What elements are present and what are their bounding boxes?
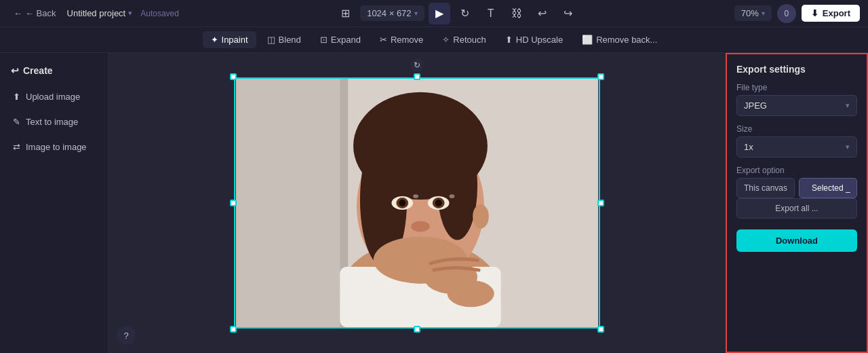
handle-bottom-right[interactable] <box>597 326 604 333</box>
play-button[interactable]: ▶ <box>429 3 450 24</box>
canvas-size-display[interactable]: 1024 × 672 ▾ <box>360 5 424 21</box>
top-toolbar: ← ← Back Untitled project ▾ Autosaved ⊞ … <box>0 0 868 27</box>
user-count-label: 0 <box>784 9 789 18</box>
link-icon: ⛓ <box>511 7 522 20</box>
this-canvas-button[interactable]: This canvas <box>736 178 795 198</box>
inpaint-label: Inpaint <box>222 35 248 45</box>
svg-point-20 <box>448 280 494 308</box>
inpaint-tool[interactable]: ✦ Inpaint <box>203 31 256 48</box>
panel-title: Export settings <box>736 64 857 75</box>
back-button[interactable]: ← ← Back <box>8 5 62 21</box>
upload-label: Upload image <box>26 92 80 102</box>
hd-upscale-icon: ⬆ <box>505 35 513 45</box>
blend-tool[interactable]: ◫ Blend <box>259 31 309 48</box>
remove-back-tool[interactable]: ⬜ Remove back... <box>574 31 665 48</box>
export-button-label: Export <box>823 8 850 18</box>
undo-icon: ↩ <box>538 7 547 20</box>
zoom-chevron-icon: ▾ <box>762 10 765 17</box>
rotate-icon: ↻ <box>414 60 420 70</box>
zoom-level-label: 70% <box>741 8 759 18</box>
main-area: ↩ Create ⬆ Upload image ✎ Text to image … <box>0 53 868 353</box>
this-canvas-label: This canvas <box>744 183 787 193</box>
handle-top-right[interactable] <box>597 73 604 80</box>
fit-tool-button[interactable]: ⊞ <box>334 3 356 24</box>
file-type-label: File type <box>736 83 857 92</box>
export-option-section: Export option This canvas Selected _ Exp… <box>736 166 857 219</box>
link-tool-button[interactable]: ⛓ <box>506 3 528 24</box>
expand-label: Expand <box>331 35 361 45</box>
size-value: 1x <box>744 142 753 152</box>
download-label: Download <box>776 236 818 246</box>
export-settings-panel: Export settings File type JPEG ▾ Size 1x… <box>726 53 868 353</box>
right-controls: 70% ▾ 0 ⬇ Export <box>734 4 860 23</box>
export-options-grid: This canvas Selected _ <box>736 178 857 198</box>
download-button[interactable]: Download <box>736 229 857 252</box>
handle-top-left[interactable] <box>230 73 237 80</box>
expand-icon: ⊡ <box>320 35 328 45</box>
upload-icon: ⬆ <box>13 92 20 102</box>
text-tool-button[interactable]: T <box>480 3 502 24</box>
blend-icon: ◫ <box>267 35 275 45</box>
text-icon: T <box>488 7 494 20</box>
back-icon: ← <box>14 8 22 18</box>
tools-toolbar: ✦ Inpaint ◫ Blend ⊡ Expand ✂ Remove ✧ Re… <box>0 27 868 53</box>
canvas-size-label: 1024 × 672 <box>367 8 411 18</box>
redo-icon: ↪ <box>564 7 572 20</box>
sidebar-item-image-to-image[interactable]: ⇄ Image to image <box>5 136 102 158</box>
svg-rect-1 <box>236 79 343 327</box>
text-to-image-icon: ✎ <box>13 117 20 127</box>
size-select[interactable]: 1x ▾ <box>736 136 857 157</box>
remove-label: Remove <box>391 35 423 45</box>
svg-point-21 <box>413 194 418 198</box>
blend-label: Blend <box>279 35 301 45</box>
handle-middle-right[interactable] <box>597 200 604 206</box>
help-button[interactable]: ? <box>117 326 136 345</box>
file-type-select[interactable]: JPEG ▾ <box>736 95 857 116</box>
project-name-group: Untitled project ▾ <box>67 8 133 18</box>
retouch-tool[interactable]: ✧ Retouch <box>434 31 494 48</box>
autosaved-label: Autosaved <box>140 9 179 18</box>
refresh-icon: ↻ <box>460 7 469 20</box>
help-icon: ? <box>123 331 128 341</box>
remove-tool[interactable]: ✂ Remove <box>372 31 431 48</box>
hd-upscale-tool[interactable]: ⬆ HD Upscale <box>497 31 571 48</box>
svg-point-16 <box>411 221 430 232</box>
sidebar-item-text-to-image[interactable]: ✎ Text to image <box>5 111 102 133</box>
remove-back-icon: ⬜ <box>582 35 593 45</box>
hd-upscale-label: HD Upscale <box>516 35 563 45</box>
remove-icon: ✂ <box>380 35 387 45</box>
handle-top-middle[interactable] <box>414 73 420 80</box>
fit-icon: ⊞ <box>341 7 350 20</box>
export-all-label: Export all ... <box>775 204 818 213</box>
zoom-control[interactable]: 70% ▾ <box>734 5 772 21</box>
project-title[interactable]: Untitled project <box>67 8 126 18</box>
redo-button[interactable]: ↪ <box>557 3 579 24</box>
canvas-image-wrapper[interactable]: ↻ <box>234 77 600 329</box>
selected-label: Selected _ <box>812 183 850 193</box>
sidebar-item-upload[interactable]: ⬆ Upload image <box>5 86 102 108</box>
handle-bottom-middle[interactable] <box>414 326 420 333</box>
file-type-section: File type JPEG ▾ <box>736 83 857 116</box>
export-button[interactable]: ⬇ Export <box>802 5 860 22</box>
center-controls: ⊞ 1024 × 672 ▾ ▶ ↻ T ⛓ ↩ ↪ <box>334 3 578 24</box>
svg-point-22 <box>449 194 454 198</box>
size-section: Size 1x ▾ <box>736 124 857 157</box>
refresh-button[interactable]: ↻ <box>454 3 476 24</box>
project-chevron-icon[interactable]: ▾ <box>128 9 132 18</box>
retouch-icon: ✧ <box>442 35 450 45</box>
expand-tool[interactable]: ⊡ Expand <box>312 31 369 48</box>
undo-button[interactable]: ↩ <box>532 3 553 24</box>
user-avatar-badge[interactable]: 0 <box>777 4 796 23</box>
inpaint-icon: ✦ <box>211 35 218 45</box>
canvas-size-chevron-icon: ▾ <box>414 10 418 17</box>
export-all-button[interactable]: Export all ... <box>736 198 857 219</box>
canvas-area[interactable]: ↻ ? <box>108 53 726 353</box>
create-label: Create <box>23 65 53 76</box>
handle-bottom-left[interactable] <box>230 326 237 333</box>
selected-button[interactable]: Selected _ <box>799 178 857 198</box>
create-arrow-icon: ↩ <box>11 65 19 76</box>
left-sidebar: ↩ Create ⬆ Upload image ✎ Text to image … <box>0 53 108 353</box>
rotate-handle[interactable]: ↻ <box>410 58 424 72</box>
handle-middle-left[interactable] <box>230 200 237 206</box>
svg-point-18 <box>473 204 489 229</box>
